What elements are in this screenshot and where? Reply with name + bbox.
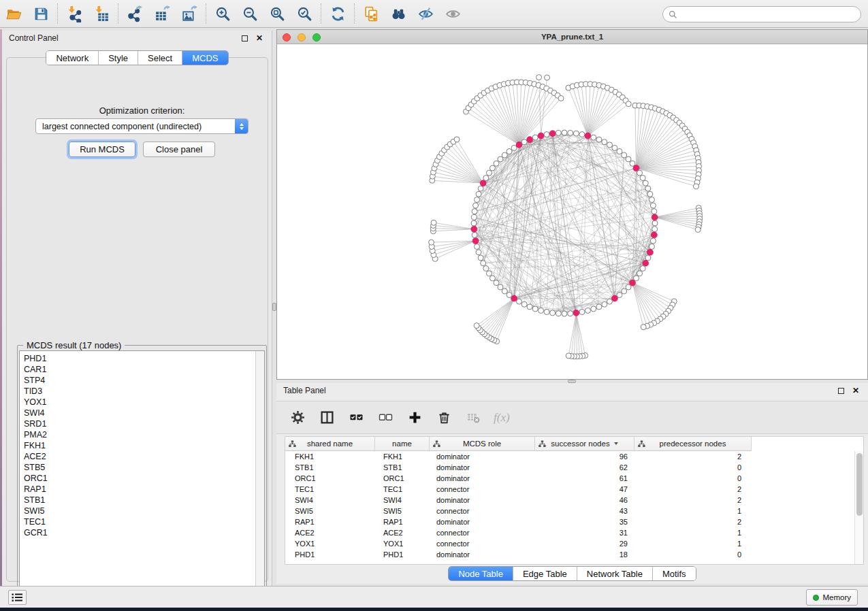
float-panel-button[interactable]	[239, 33, 250, 44]
control-panel-tabs: NetworkStyleSelectMCDS	[2, 50, 272, 65]
zoom-selected-button[interactable]	[291, 2, 318, 25]
network-canvas[interactable]	[277, 44, 867, 379]
table-cell: dominator	[430, 495, 535, 506]
table-row[interactable]: SWI5SWI5connector431	[285, 506, 752, 516]
run-mcds-button[interactable]: Run MCDS	[69, 142, 135, 157]
table-cell: STB1	[375, 462, 430, 473]
column-header-MCDS-role[interactable]: MCDS role	[430, 437, 535, 451]
list-item[interactable]: RAP1	[24, 484, 264, 495]
list-item[interactable]: PMA2	[24, 429, 264, 440]
toggle-panels-button[interactable]	[318, 409, 336, 427]
float-icon	[242, 35, 248, 42]
list-item[interactable]: STB5	[24, 462, 264, 473]
criterion-dropdown[interactable]: largest connected component (undirected)	[35, 118, 248, 134]
table-row[interactable]: ACE2ACE2connector311	[285, 527, 752, 538]
select-all-button[interactable]	[347, 409, 365, 427]
binoculars-icon	[390, 5, 407, 22]
column-header-name[interactable]: name	[375, 437, 430, 451]
window-zoom-button[interactable]	[312, 33, 321, 42]
open-session-button[interactable]	[0, 2, 27, 25]
refresh-layout-button[interactable]	[324, 2, 351, 25]
tab-motifs[interactable]: Motifs	[652, 567, 696, 580]
table-row[interactable]: RAP1RAP1dominator352	[285, 516, 752, 527]
window-minimize-button[interactable]	[298, 33, 306, 42]
tab-edge-table[interactable]: Edge Table	[513, 567, 577, 580]
table-cell: connector	[430, 506, 535, 516]
close-panel-action-button[interactable]: Close panel	[143, 142, 215, 157]
destroy-table-button[interactable]	[464, 409, 482, 427]
deselect-all-button[interactable]	[376, 409, 394, 427]
network-titlebar[interactable]: YPA_prune.txt_1	[277, 30, 867, 44]
tab-style[interactable]: Style	[98, 51, 138, 65]
memory-label: Memory	[822, 593, 851, 601]
list-item[interactable]: STP4	[24, 375, 264, 386]
table-cell: 31	[535, 527, 634, 538]
zoom-out-button[interactable]	[236, 2, 263, 25]
export-image-button[interactable]	[176, 2, 203, 25]
show-all-button[interactable]	[439, 2, 466, 25]
export-network-button[interactable]	[121, 2, 148, 25]
table-row[interactable]: STB1STB1dominator620	[285, 462, 752, 473]
list-item[interactable]: SWI5	[24, 506, 264, 516]
window-close-button[interactable]	[283, 33, 291, 42]
table-row[interactable]: FKH1FKH1dominator962	[285, 451, 752, 462]
tab-network-table[interactable]: Network Table	[577, 567, 652, 580]
list-item[interactable]: SRD1	[24, 418, 264, 429]
tab-select[interactable]: Select	[138, 51, 182, 65]
column-header-shared-name[interactable]: shared name	[285, 437, 375, 451]
list-item[interactable]: CAR1	[24, 364, 264, 375]
tab-node-table[interactable]: Node Table	[449, 567, 513, 580]
close-panel-button[interactable]: ✕	[254, 33, 265, 44]
column-header-successor-nodes[interactable]: successor nodes	[535, 437, 634, 451]
add-row-button[interactable]	[406, 409, 423, 427]
list-item[interactable]: ACE2	[24, 451, 264, 462]
result-list-scrollbar[interactable]	[255, 351, 264, 595]
export-table-button[interactable]	[148, 2, 176, 25]
table-cell: connector	[430, 538, 535, 549]
control-panel-header: Control Panel ✕	[2, 31, 272, 46]
table-cell: 1	[634, 506, 752, 516]
tab-mcds[interactable]: MCDS	[182, 51, 227, 65]
import-network-button[interactable]	[61, 2, 88, 25]
save-session-button[interactable]	[27, 2, 54, 25]
list-item[interactable]: GCR1	[24, 527, 264, 538]
table-row[interactable]: SWI4SWI4dominator462	[285, 495, 752, 506]
table-cell: SWI5	[285, 506, 375, 516]
list-item[interactable]: TEC1	[24, 516, 264, 527]
mcds-result-list[interactable]: PHD1CAR1STP4TID3YOX1SWI4SRD1PMA2FKH1ACE2…	[19, 350, 265, 595]
list-item[interactable]: ORC1	[24, 473, 264, 484]
table-cell: SWI4	[285, 495, 375, 506]
zoom-fit-button[interactable]	[263, 2, 291, 25]
network-title: YPA_prune.txt_1	[541, 33, 603, 41]
search-input[interactable]	[677, 10, 861, 19]
column-header-predecessor-nodes[interactable]: predecessor nodes	[634, 437, 752, 451]
status-menu-button[interactable]	[8, 590, 27, 605]
table-row[interactable]: PHD1PHD1dominator180	[285, 549, 752, 560]
list-item[interactable]: TID3	[24, 386, 264, 397]
list-item[interactable]: PHD1	[24, 353, 264, 364]
table-row[interactable]: YOX1YOX1connector291	[285, 538, 752, 549]
zoom-in-button[interactable]	[209, 2, 236, 25]
function-builder-button[interactable]: f(x)	[494, 411, 510, 425]
close-table-panel-button[interactable]: ✕	[850, 385, 861, 396]
list-item[interactable]: SWI4	[24, 408, 264, 418]
list-item[interactable]: FKH1	[24, 440, 264, 451]
network-graph[interactable]	[277, 44, 867, 379]
delete-button[interactable]	[435, 409, 453, 427]
clone-network-button[interactable]	[357, 2, 385, 25]
table-row[interactable]: ORC1ORC1dominator610	[285, 473, 752, 484]
memory-button[interactable]: Memory	[806, 589, 858, 606]
list-item[interactable]: YOX1	[24, 397, 264, 408]
import-table-button[interactable]	[88, 2, 115, 25]
hide-selected-button[interactable]	[412, 2, 439, 25]
tab-network[interactable]: Network	[46, 51, 98, 65]
refresh-icon	[329, 5, 347, 22]
first-neighbors-button[interactable]	[385, 2, 412, 25]
list-item[interactable]: STB1	[24, 495, 264, 506]
node-table[interactable]: shared namenameMCDS rolesuccessor nodesp…	[285, 436, 864, 565]
table-row[interactable]: TEC1TEC1connector472	[285, 484, 752, 495]
float-table-panel-button[interactable]	[835, 385, 846, 396]
table-scrollbar[interactable]	[854, 451, 863, 564]
table-settings-button[interactable]	[289, 409, 306, 427]
scrollbar-thumb[interactable]	[856, 453, 863, 516]
